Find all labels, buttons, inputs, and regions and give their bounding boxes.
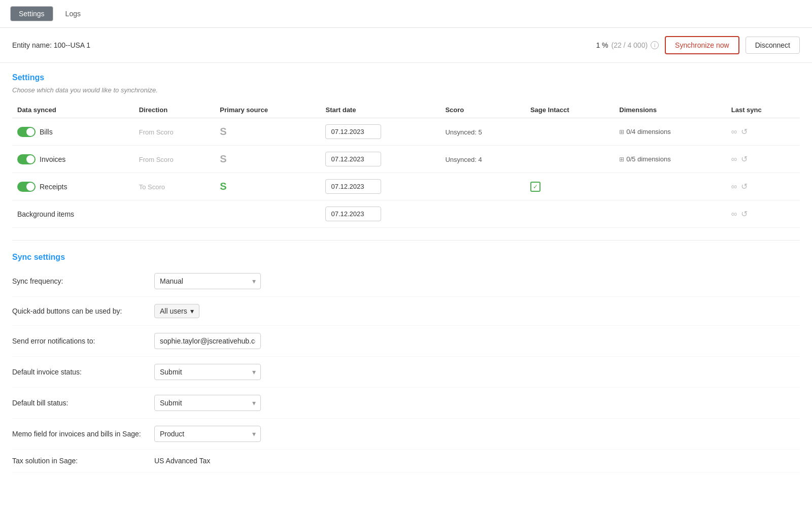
sync-settings-fields: Sync frequency:ManualEvery 15 minEvery h…: [12, 266, 800, 472]
last-sync-cell: ∞ ↺: [726, 173, 800, 200]
select-default_invoice_status[interactable]: SubmitDraftPosted: [154, 364, 261, 380]
select-default_bill_status[interactable]: SubmitDraftPosted: [154, 395, 261, 411]
static-tax_solution: US Advanced Tax: [154, 457, 210, 465]
synchronize-now-button[interactable]: Synchronize now: [665, 36, 739, 54]
settings-subtitle: Choose which data you would like to sync…: [12, 86, 800, 94]
control-tax_solution: US Advanced Tax: [154, 457, 210, 465]
last-sync-cell: ∞ ↺: [726, 200, 800, 228]
col-dimensions: Dimensions: [614, 102, 726, 118]
scoro-cell: Unsynced: 4: [440, 146, 525, 173]
tab-settings[interactable]: Settings: [10, 6, 53, 21]
direction-cell: To Scoro: [134, 173, 215, 200]
row-label-bills: Bills: [40, 128, 53, 136]
header-right: 1 % (22 / 4 000) i Synchronize now Disco…: [596, 36, 800, 54]
start-date-input-background_items[interactable]: [325, 207, 381, 221]
dimensions-icon: ⊞: [619, 128, 624, 135]
table-row: Receipts To ScoroS✓ ∞ ↺: [12, 173, 800, 200]
label-sync_frequency: Sync frequency:: [12, 277, 154, 285]
primary-source-icon: S: [220, 153, 226, 164]
primary-source-cell: [215, 200, 320, 228]
infinity-icon-receipts[interactable]: ∞: [731, 182, 737, 191]
sage-intacct-cell: [525, 200, 614, 228]
sync-settings-section: Sync settings Sync frequency:ManualEvery…: [12, 253, 800, 472]
select-memo_field[interactable]: ProductDescriptionReference: [154, 426, 261, 442]
sage-intacct-cell: ✓: [525, 173, 614, 200]
last-sync-cell: ∞ ↺: [726, 146, 800, 173]
label-memo_field: Memo field for invoices and bills in Sag…: [12, 430, 154, 438]
sync-progress: 1 % (22 / 4 000) i: [596, 41, 659, 49]
dimensions-icon: ⊞: [619, 156, 624, 163]
refresh-icon-bills[interactable]: ↺: [741, 127, 748, 136]
table-row: Background items ∞ ↺: [12, 200, 800, 228]
control-default_invoice_status: SubmitDraftPosted: [154, 364, 261, 380]
control-default_bill_status: SubmitDraftPosted: [154, 395, 261, 411]
start-date-cell: [320, 173, 440, 200]
start-date-input-invoices[interactable]: [325, 152, 381, 166]
label-quick_add_buttons: Quick-add buttons can be used by:: [12, 307, 154, 315]
data-synced-cell: Bills: [12, 118, 134, 146]
infinity-icon-bills[interactable]: ∞: [731, 127, 737, 136]
toggle-bills[interactable]: [17, 127, 36, 137]
start-date-input-receipts[interactable]: [325, 179, 381, 194]
data-synced-cell: Invoices: [12, 146, 134, 173]
col-start-date: Start date: [320, 102, 440, 118]
dimensions-cell: ⊞0/5 dimensions: [614, 146, 726, 173]
control-memo_field: ProductDescriptionReference: [154, 426, 261, 442]
form-row-memo_field: Memo field for invoices and bills in Sag…: [12, 419, 800, 450]
col-primary-source: Primary source: [215, 102, 320, 118]
sync-settings-title: Sync settings: [12, 253, 800, 262]
settings-section: Settings Choose which data you would lik…: [12, 73, 800, 228]
scoro-cell: [440, 200, 525, 228]
direction-cell: [134, 200, 215, 228]
start-date-cell: [320, 118, 440, 146]
table-row: Bills From ScoroSUnsynced: 5⊞0/4 dimensi…: [12, 118, 800, 146]
tab-logs[interactable]: Logs: [57, 7, 89, 21]
main-content: Settings Choose which data you would lik…: [0, 63, 812, 483]
form-row-quick_add_buttons: Quick-add buttons can be used by:All use…: [12, 297, 800, 326]
label-tax_solution: Tax solution in Sage:: [12, 457, 154, 465]
col-last-sync: Last sync: [726, 102, 800, 118]
entity-name: Entity name: 100--USA 1: [12, 41, 90, 49]
data-synced-cell: Receipts: [12, 173, 134, 200]
primary-source-cell: S: [215, 173, 320, 200]
sync-percent: 1 %: [596, 41, 608, 49]
row-label-receipts: Receipts: [40, 183, 67, 191]
dimensions-cell: [614, 173, 726, 200]
top-bar: Settings Logs: [0, 0, 812, 28]
control-sync_frequency: ManualEvery 15 minEvery hourEvery day: [154, 273, 261, 289]
scoro-cell: [440, 173, 525, 200]
refresh-icon-invoices[interactable]: ↺: [741, 154, 748, 164]
header-bar: Entity name: 100--USA 1 1 % (22 / 4 000)…: [0, 28, 812, 63]
scoro-cell: Unsynced: 5: [440, 118, 525, 146]
data-sync-table: Data synced Direction Primary source Sta…: [12, 102, 800, 228]
control-error_notifications: [154, 333, 261, 349]
input-error_notifications[interactable]: [154, 333, 261, 349]
refresh-icon-background_items[interactable]: ↺: [741, 209, 748, 219]
infinity-icon-background_items[interactable]: ∞: [731, 210, 737, 219]
col-data-synced: Data synced: [12, 102, 134, 118]
info-icon[interactable]: i: [651, 41, 659, 49]
settings-title: Settings: [12, 73, 800, 82]
start-date-input-bills[interactable]: [325, 124, 381, 139]
data-synced-cell: Background items: [12, 200, 134, 228]
refresh-icon-receipts[interactable]: ↺: [741, 182, 748, 191]
disconnect-button[interactable]: Disconnect: [746, 37, 800, 54]
primary-source-cell: S: [215, 146, 320, 173]
form-row-default_invoice_status: Default invoice status:SubmitDraftPosted: [12, 357, 800, 388]
toggle-receipts[interactable]: [17, 182, 36, 192]
sage-intacct-cell: [525, 146, 614, 173]
label-default_bill_status: Default bill status:: [12, 399, 154, 407]
sage-intacct-cell: [525, 118, 614, 146]
dimensions-cell: [614, 200, 726, 228]
form-row-error_notifications: Send error notifications to:: [12, 326, 800, 357]
infinity-icon-invoices[interactable]: ∞: [731, 155, 737, 164]
direction-cell: From Scoro: [134, 146, 215, 173]
badge-quick_add_buttons[interactable]: All users▾: [154, 304, 199, 318]
toggle-invoices[interactable]: [17, 154, 36, 164]
form-row-tax_solution: Tax solution in Sage:US Advanced Tax: [12, 450, 800, 472]
label-error_notifications: Send error notifications to:: [12, 337, 154, 345]
col-direction: Direction: [134, 102, 215, 118]
primary-source-icon: S: [220, 181, 226, 192]
select-sync_frequency[interactable]: ManualEvery 15 minEvery hourEvery day: [154, 273, 261, 289]
section-divider: [12, 240, 800, 241]
